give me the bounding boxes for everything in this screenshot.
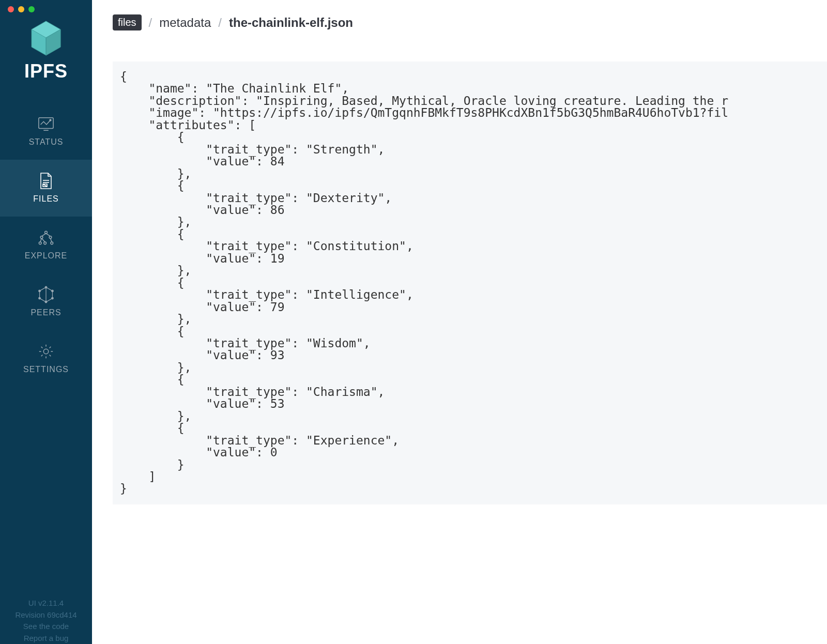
maximize-dot[interactable] (28, 6, 35, 12)
nav-label: FILES (33, 194, 58, 204)
close-dot[interactable] (8, 6, 14, 12)
see-code-link[interactable]: See the code (0, 621, 92, 633)
window-controls (0, 6, 35, 12)
breadcrumb-sep: / (218, 16, 222, 30)
ipfs-cube-icon (30, 20, 62, 56)
svg-line-21 (50, 238, 52, 242)
file-preview: { "name": "The Chainlink Elf", "descript… (113, 62, 827, 504)
svg-line-20 (42, 238, 45, 242)
svg-point-25 (52, 297, 54, 299)
nav-label: PEERS (30, 308, 61, 317)
nav-status[interactable]: STATUS (0, 103, 92, 160)
breadcrumb: files / metadata / the-chainlink-elf.jso… (113, 14, 827, 30)
svg-point-13 (49, 236, 52, 239)
breadcrumb-sep: / (149, 16, 152, 30)
svg-point-12 (40, 236, 43, 239)
nav-peers[interactable]: PEERS (0, 273, 92, 330)
footer-info: UI v2.11.4 Revision 69cd414 See the code… (0, 597, 92, 644)
files-icon (38, 173, 54, 189)
svg-line-19 (40, 238, 42, 242)
svg-point-11 (45, 231, 48, 234)
nav-explore[interactable]: EXPLORE (0, 217, 92, 273)
settings-icon (38, 343, 54, 360)
nav-files[interactable]: FILES (0, 160, 92, 217)
svg-point-14 (39, 242, 41, 244)
peers-icon (38, 286, 54, 303)
svg-point-5 (50, 119, 51, 121)
svg-point-27 (39, 297, 41, 299)
svg-point-30 (43, 349, 48, 354)
nav-settings[interactable]: SETTINGS (0, 330, 92, 387)
report-bug-link[interactable]: Report a bug (0, 633, 92, 645)
svg-line-18 (46, 234, 50, 237)
svg-point-15 (44, 242, 47, 244)
svg-line-17 (42, 234, 46, 237)
svg-point-16 (51, 242, 53, 244)
ui-version: UI v2.11.4 (0, 597, 92, 609)
svg-point-24 (52, 290, 54, 292)
breadcrumb-root[interactable]: files (113, 14, 142, 30)
explore-icon (38, 229, 54, 246)
nav-label: STATUS (29, 137, 64, 147)
breadcrumb-folder[interactable]: metadata (159, 16, 211, 30)
breadcrumb-current: the-chainlink-elf.json (229, 16, 353, 30)
sidebar: IPFS STATUS FILES (0, 0, 92, 644)
main-content: files / metadata / the-chainlink-elf.jso… (92, 0, 827, 644)
status-icon (38, 116, 54, 132)
app-name: IPFS (24, 60, 68, 82)
nav-label: SETTINGS (23, 365, 69, 374)
minimize-dot[interactable] (18, 6, 24, 12)
revision: Revision 69cd414 (0, 609, 92, 621)
logo: IPFS (24, 20, 68, 82)
nav-label: EXPLORE (25, 251, 68, 260)
svg-point-28 (39, 290, 41, 292)
